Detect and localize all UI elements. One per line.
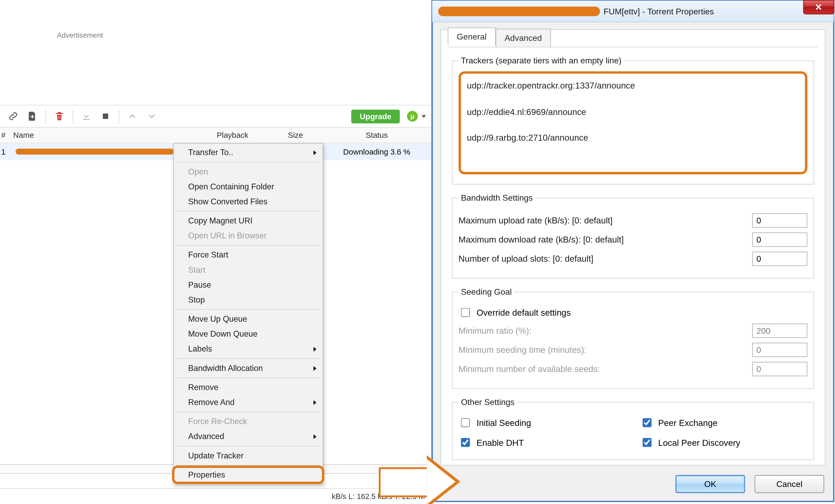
trash-icon <box>54 111 65 122</box>
label-enable-dht: Enable DHT <box>476 438 524 447</box>
dialog-titlebar[interactable]: FUM[ettv] - Torrent Properties ✕ <box>432 1 834 22</box>
add-url-button[interactable] <box>5 108 21 125</box>
menu-properties[interactable]: Properties <box>174 467 322 482</box>
menu-open: Open <box>174 164 322 179</box>
toolbar-divider <box>119 110 119 123</box>
torrent-list-header: # Name Playback Size Status <box>0 128 431 143</box>
menu-copy-magnet[interactable]: Copy Magnet URI <box>174 213 322 228</box>
label-min-ratio: Minimum ratio (%): <box>459 326 752 336</box>
toolbar-divider <box>73 110 73 123</box>
remove-button[interactable] <box>51 108 68 125</box>
menu-show-converted[interactable]: Show Converted Files <box>174 194 322 209</box>
tab-advanced[interactable]: Advanced <box>495 29 551 47</box>
group-trackers-legend: Trackers (separate tiers with an empty l… <box>459 56 624 65</box>
download-icon <box>81 111 92 122</box>
status-bar: kB/s L: 162.5 kB/s T: 22.5 M <box>0 488 431 504</box>
close-button[interactable]: ✕ <box>803 0 834 15</box>
menu-update-tracker[interactable]: Update Tracker <box>174 448 322 463</box>
add-file-button[interactable] <box>24 108 41 125</box>
close-icon: ✕ <box>815 2 823 13</box>
file-plus-icon <box>27 111 38 122</box>
dialog-tabs: General Advanced <box>448 27 551 45</box>
trackers-input[interactable] <box>459 71 808 174</box>
stop-button[interactable] <box>97 108 114 125</box>
group-bandwidth-legend: Bandwidth Settings <box>459 193 535 203</box>
torrent-client-window: Advertisement <box>0 0 432 504</box>
tab-panel-general: Trackers (separate tiers with an empty l… <box>448 47 818 459</box>
title-redacted <box>438 6 600 16</box>
menu-divider <box>176 377 320 378</box>
col-status[interactable]: Status <box>322 131 431 140</box>
chk-override[interactable] <box>461 308 470 317</box>
start-button[interactable] <box>78 108 95 125</box>
menu-divider <box>176 446 320 446</box>
tab-general[interactable]: General <box>448 27 495 46</box>
submenu-arrow-icon <box>313 400 316 405</box>
col-index[interactable]: # <box>0 131 11 140</box>
label-local-peer-discovery: Local Peer Discovery <box>658 438 740 447</box>
chk-enable-dht[interactable] <box>461 438 470 447</box>
label-override: Override default settings <box>476 308 571 317</box>
advertisement-label: Advertisement <box>57 31 103 40</box>
menu-divider <box>176 162 320 162</box>
svg-rect-0 <box>103 113 108 119</box>
menu-open-containing[interactable]: Open Containing Folder <box>174 179 322 194</box>
brand-icon[interactable] <box>407 111 418 122</box>
dialog-body: Trackers (separate tiers with an empty l… <box>441 29 825 465</box>
move-down-button[interactable] <box>143 108 160 125</box>
torrent-context-menu: Transfer To.. Open Open Containing Folde… <box>173 143 323 484</box>
group-other: Other Settings Initial Seeding Peer Exch… <box>452 397 814 460</box>
submenu-arrow-icon <box>313 150 316 155</box>
menu-divider <box>176 465 320 465</box>
chk-local-peer-discovery[interactable] <box>643 438 652 447</box>
group-other-legend: Other Settings <box>459 397 517 407</box>
menu-bandwidth[interactable]: Bandwidth Allocation <box>174 361 322 376</box>
chevron-up-icon <box>127 111 138 122</box>
col-size[interactable]: Size <box>269 131 323 140</box>
group-seeding-legend: Seeding Goal <box>459 287 514 296</box>
menu-transfer-to[interactable]: Transfer To.. <box>174 145 322 160</box>
input-max-up[interactable] <box>752 213 807 228</box>
label-min-time: Minimum seeding time (minutes): <box>459 345 752 355</box>
menu-stop[interactable]: Stop <box>174 292 322 307</box>
menu-force-recheck: Force Re-Check <box>174 414 322 429</box>
move-up-button[interactable] <box>124 108 141 125</box>
menu-move-up[interactable]: Move Up Queue <box>174 312 322 327</box>
menu-remove[interactable]: Remove <box>174 380 322 395</box>
chk-peer-exchange[interactable] <box>643 418 652 427</box>
label-peer-exchange: Peer Exchange <box>658 418 718 427</box>
input-max-dn[interactable] <box>752 232 807 247</box>
torrent-properties-dialog: FUM[ettv] - Torrent Properties ✕ General… <box>432 0 834 502</box>
menu-labels[interactable]: Labels <box>174 341 322 357</box>
chevron-down-icon <box>146 111 157 122</box>
label-max-dn: Maximum download rate (kB/s): [0: defaul… <box>459 235 752 245</box>
submenu-arrow-icon <box>313 434 316 439</box>
link-icon <box>8 111 19 122</box>
upgrade-button[interactable]: Upgrade <box>351 109 400 123</box>
dialog-title: FUM[ettv] - Torrent Properties <box>604 6 714 16</box>
input-min-seeds <box>752 362 807 376</box>
toolbar-divider <box>46 110 46 123</box>
menu-advanced[interactable]: Advanced <box>174 429 322 444</box>
col-name[interactable]: Name <box>11 131 197 140</box>
row-index: 1 <box>0 147 11 156</box>
col-playback[interactable]: Playback <box>197 131 268 140</box>
menu-divider <box>176 211 320 211</box>
group-trackers: Trackers (separate tiers with an empty l… <box>452 56 814 185</box>
ok-button[interactable]: OK <box>675 475 745 493</box>
label-initial-seeding: Initial Seeding <box>476 418 531 427</box>
input-up-slots[interactable] <box>752 252 807 266</box>
menu-start: Start <box>174 262 322 277</box>
input-min-time <box>752 343 807 357</box>
menu-pause[interactable]: Pause <box>174 277 322 292</box>
menu-divider <box>176 309 320 310</box>
label-min-seeds: Minimum number of available seeds: <box>459 364 752 374</box>
menu-remove-and[interactable]: Remove And <box>174 395 322 410</box>
menu-move-down[interactable]: Move Down Queue <box>174 327 322 341</box>
cancel-button[interactable]: Cancel <box>755 475 824 493</box>
chk-initial-seeding[interactable] <box>461 418 470 427</box>
brand-dropdown-caret-icon[interactable] <box>422 115 426 118</box>
label-max-up: Maximum upload rate (kB/s): [0: default] <box>459 215 752 225</box>
menu-force-start[interactable]: Force Start <box>174 248 322 262</box>
label-up-slots: Number of upload slots: [0: default] <box>459 254 752 264</box>
